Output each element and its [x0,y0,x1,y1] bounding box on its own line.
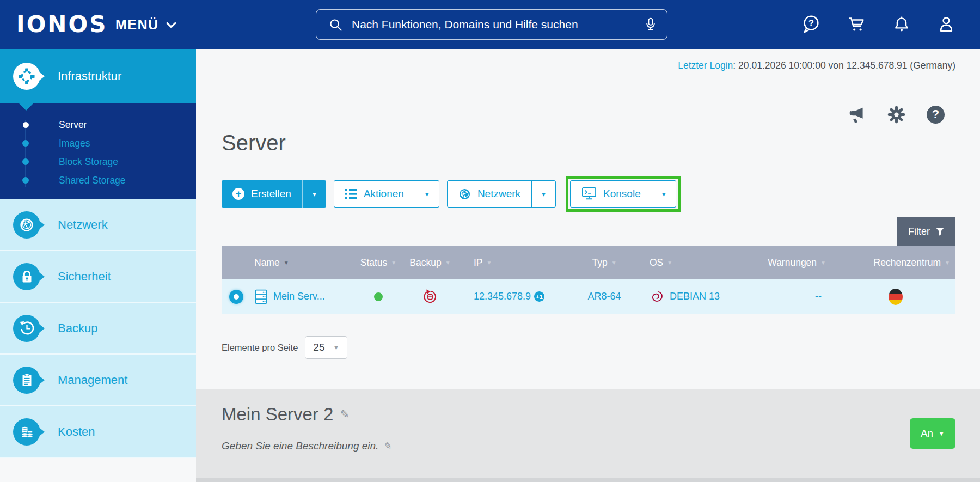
ionos-logo[interactable]: IONOS [16,0,107,49]
caret-down-icon: ▼ [938,430,945,437]
warnings-value: -- [815,291,822,302]
description-placeholder: Geben Sie eine Beschreibung ein. [222,440,378,452]
caret-down-icon: ▼ [333,344,339,351]
server-description: Geben Sie eine Beschreibung ein. ✎ [222,440,391,452]
menu-button[interactable]: MENÜ [115,0,177,49]
row-backup-cell [406,289,455,304]
account-icon [936,15,956,34]
plus-circle-icon [232,188,244,200]
caret-down-icon: ▾ [662,191,666,198]
sidebar-item-infrastruktur[interactable]: Infrastruktur [0,49,196,103]
column-header-warnungen[interactable]: Warnungen▼ [759,257,836,269]
sidebar-item-management[interactable]: Management [0,355,196,406]
filter-button[interactable]: Filter [897,217,955,246]
per-page-select[interactable]: 25 ▼ [305,336,347,359]
top-bar: IONOS MENÜ Nach Funktionen, Domains und … [0,0,980,49]
column-label: Status [360,257,388,269]
power-state-button[interactable]: An ▼ [910,418,955,449]
console-button[interactable]: Konsole [571,181,652,207]
actions-button[interactable]: Aktionen [334,181,415,207]
sidebar-item-label: Netzwerk [58,218,108,232]
gear-icon [887,106,905,124]
globe-icon [458,188,471,200]
column-header-name[interactable]: Name▼ [248,257,351,269]
create-button-group: Erstellen ▾ [222,180,326,208]
sidebar-item-sicherheit[interactable]: Sicherheit [0,251,196,303]
row-os-cell: DEBIAN 13 [640,289,759,304]
network-button-group: Netzwerk ▾ [447,180,556,208]
lock-icon [13,263,40,290]
sidebar-filler [0,458,196,482]
ip-address-link[interactable]: 12.345.678.9 [474,291,531,302]
column-label: Typ [592,257,607,269]
table-row[interactable]: Mein Serv... 12.345.678.9 +1 AR8-64 DEBI… [222,279,955,314]
sidebar-item-kosten[interactable]: Kosten [0,406,196,458]
svg-text:?: ? [808,18,814,28]
submenu-item-images[interactable]: Images [0,134,196,152]
row-radio-selected[interactable] [229,290,243,304]
table-header-row: Name▼ Status▼ Backup▼ IP▼ Typ▼ OS▼ Warnu… [222,246,955,279]
column-header-os[interactable]: OS▼ [640,257,759,269]
sidebar-item-label: Management [58,373,127,387]
chevron-down-icon [166,21,177,28]
create-dropdown-button[interactable]: ▾ [302,180,326,208]
network-dropdown-button[interactable]: ▾ [531,181,555,207]
search-input[interactable]: Nach Funktionen, Domains und Hilfe suche… [316,9,667,40]
column-header-typ[interactable]: Typ▼ [569,257,640,269]
submenu-item-server[interactable]: Server [0,115,196,134]
server-detail-name: Mein Server 2 [222,404,333,425]
settings-button[interactable] [877,106,916,124]
caret-down-icon: ▾ [542,191,546,198]
help-button[interactable]: ? [916,106,955,124]
search-placeholder: Nach Funktionen, Domains und Hilfe suche… [352,18,635,31]
edit-name-pencil-icon[interactable]: ✎ [340,408,350,421]
ip-count-badge[interactable]: +1 [534,291,544,302]
funnel-icon [935,227,945,236]
console-dropdown-button[interactable]: ▾ [652,181,676,207]
account-button[interactable] [936,15,956,34]
bullet-icon [22,177,29,184]
sort-caret-icon: ▼ [611,260,617,266]
actions-button-group: Aktionen ▾ [334,180,439,208]
network-icon [13,211,40,239]
cart-button[interactable] [846,14,867,35]
coins-icon [13,418,40,446]
column-header-status[interactable]: Status▼ [351,257,406,269]
column-header-rechenzentrum[interactable]: Rechenzentrum▼ [836,257,955,269]
submenu-item-block-storage[interactable]: Block Storage [0,152,196,171]
row-name-cell: Mein Serv... [248,289,351,304]
submenu-item-shared-storage[interactable]: Shared Storage [0,171,196,190]
help-chat-button[interactable]: ? [800,14,821,35]
announcements-button[interactable] [838,106,877,124]
edit-description-pencil-icon[interactable]: ✎ [383,440,391,452]
pagination-control: Elemente pro Seite 25 ▼ [222,336,347,359]
last-login-link[interactable]: Letzter Login [678,60,733,71]
microphone-icon[interactable] [644,17,657,32]
bullet-icon [22,158,29,165]
sidebar-item-label: Sicherheit [58,270,111,284]
network-button-label: Netzwerk [477,188,520,200]
row-select-cell [222,290,248,304]
sidebar-item-netzwerk[interactable]: Netzwerk [0,199,196,251]
sidebar-item-backup[interactable]: Backup [0,303,196,355]
create-button-label: Erstellen [251,188,291,200]
bullet-icon [22,140,29,147]
column-label: Backup [409,257,441,269]
os-link[interactable]: DEBIAN 13 [670,291,720,302]
main-content: Letzter Login: 20.01.2026 10:00:00 von 1… [196,49,980,389]
bullet-icon [23,122,29,128]
column-header-backup[interactable]: Backup▼ [406,257,455,269]
create-button[interactable]: Erstellen [222,180,302,208]
toolbar: Erstellen ▾ Aktionen ▾ Netzwerk ▾ [222,180,681,208]
help-chat-icon: ? [800,14,821,35]
notifications-button[interactable] [892,15,911,34]
row-datacenter-cell [836,289,955,305]
server-name-link[interactable]: Mein Serv... [273,291,325,302]
debian-icon [650,289,664,304]
row-warnings-cell: -- [759,291,836,302]
column-header-ip[interactable]: IP▼ [455,257,569,269]
submenu-item-label: Server [59,119,87,131]
console-button-group: Konsole ▾ [570,180,676,208]
network-button[interactable]: Netzwerk [448,181,531,207]
actions-dropdown-button[interactable]: ▾ [415,181,439,207]
